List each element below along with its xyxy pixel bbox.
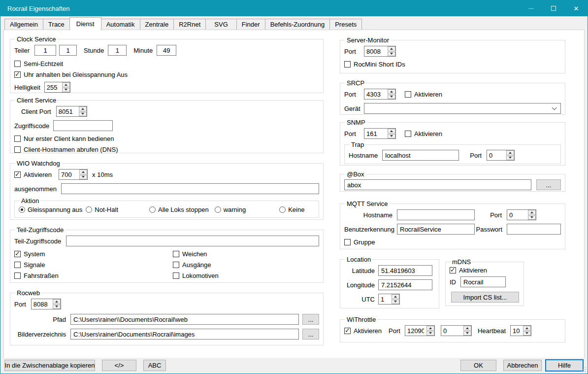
aktion-gleisspannung-radio[interactable] [19,206,25,213]
aktion-alle-loks-radio[interactable] [149,206,156,213]
longitude-input[interactable] [378,279,432,290]
client-port-input[interactable] [57,106,78,116]
server-monitor-port-input[interactable] [364,46,387,56]
benutzerkennung-input[interactable] [397,224,475,235]
uhr-anhalten-checkbox[interactable] [14,71,21,78]
ausgenommen-input[interactable] [61,183,319,194]
spin-up-button[interactable] [426,326,434,331]
spin-down-button[interactable] [62,88,70,93]
semi-echtzeit-checkbox[interactable] [14,61,21,67]
tab-r2rnet[interactable]: R2Rnet [173,19,206,30]
mdns-aktivieren-checkbox[interactable] [450,267,456,273]
abox-browse-button[interactable]: ... [536,179,561,190]
geraet-combobox[interactable] [364,103,561,114]
tab-automatik[interactable]: Automatik [101,19,140,30]
rocweb-port-input[interactable] [32,299,52,309]
spin-down-button[interactable] [426,331,434,336]
spin-down-button[interactable] [463,331,471,336]
spin-up-button[interactable] [62,82,70,87]
spin-up-button[interactable] [523,326,531,331]
withrottle-aktivieren-checkbox[interactable] [344,328,351,334]
system-checkbox[interactable] [14,251,21,257]
teiler1-input[interactable] [34,45,56,56]
aktion-keine-radio[interactable] [279,206,286,213]
client-hostnamen-checkbox[interactable] [14,146,21,153]
withrottle-port2-input[interactable] [441,326,463,336]
tab-allgemein[interactable]: Allgemein [4,19,43,30]
tab-finder[interactable]: Finder [236,19,265,30]
spin-down-button[interactable] [388,134,395,139]
aktion-warning-radio[interactable] [215,206,221,213]
resize-grip[interactable] [585,371,586,372]
spin-down-button[interactable] [53,305,61,309]
weichen-checkbox[interactable] [173,251,179,257]
fahrstrassen-checkbox[interactable] [14,272,21,279]
spin-down-button[interactable] [388,95,395,100]
wio-interval-input[interactable] [59,170,79,179]
utc-input[interactable] [379,294,391,304]
xml-source-button[interactable]: </> [102,360,136,371]
minimize-button[interactable] [520,0,542,16]
mqtt-port-input[interactable] [507,210,527,220]
withrottle-port-input[interactable] [405,326,426,336]
stunde-input[interactable] [108,45,127,56]
close-button[interactable]: ✕ [565,0,588,16]
spin-down-button[interactable] [392,300,399,305]
spin-down-button[interactable] [506,156,514,161]
help-button[interactable]: Hilfe [545,359,584,372]
pfad-input[interactable] [70,314,299,325]
heartbeat-input[interactable] [511,326,523,336]
copy-to-clipboard-button[interactable]: In die Zwischenablage kopieren [4,360,95,371]
snmp-port-input[interactable] [364,129,387,138]
spin-up-button[interactable] [388,46,395,51]
spin-down-button[interactable] [388,52,395,57]
nur-erster-client-checkbox[interactable] [14,136,21,142]
spin-down-button[interactable] [528,215,536,220]
rocmini-checkbox[interactable] [344,61,351,68]
tab-dienst[interactable]: Dienst [69,17,101,30]
teiler2-input[interactable] [59,45,77,56]
mqtt-hostname-input[interactable] [397,209,475,220]
spin-up-button[interactable] [79,106,87,111]
cancel-button[interactable]: Abbrechen [503,360,542,371]
bilderverzeichnis-browse-button[interactable]: ... [302,329,319,340]
abox-input[interactable] [344,179,531,190]
spin-up-button[interactable] [392,294,399,299]
spin-up-button[interactable] [53,299,61,304]
ausgaenge-checkbox[interactable] [173,262,179,268]
spin-up-button[interactable] [388,89,395,94]
tab-presets[interactable]: Presets [329,19,362,30]
tab-befehls-zuordnung[interactable]: Befehls-Zuordnung [265,19,330,30]
pfad-browse-button[interactable]: ... [302,314,319,325]
trap-port-input[interactable] [487,150,506,160]
spin-down-button[interactable] [79,112,87,117]
srcp-aktivieren-checkbox[interactable] [405,91,411,98]
wio-aktivieren-checkbox[interactable] [14,171,21,178]
abc-button[interactable]: ABC [143,360,166,371]
zugriffscode-input[interactable] [53,120,113,131]
tab-trace[interactable]: Trace [43,19,70,30]
bilderverzeichnis-input[interactable] [70,329,299,340]
latitude-input[interactable] [378,265,432,276]
spin-up-button[interactable] [463,326,471,331]
helligkeit-input[interactable] [45,82,62,92]
gruppe-checkbox[interactable] [344,239,351,245]
trap-hostname-input[interactable] [382,150,459,161]
mdns-id-input[interactable] [460,276,506,287]
tab-zentrale[interactable]: Zentrale [140,19,174,30]
tab-svg[interactable]: SVG [205,19,236,30]
spin-down-button[interactable] [523,331,531,336]
minute-input[interactable] [157,45,176,56]
spin-up-button[interactable] [79,170,87,174]
maximize-button[interactable] [542,0,565,16]
lokomotiven-checkbox[interactable] [173,272,179,279]
srcp-port-input[interactable] [364,89,387,99]
snmp-aktivieren-checkbox[interactable] [405,131,411,137]
signale-checkbox[interactable] [14,262,21,268]
spin-up-button[interactable] [388,129,395,134]
ok-button[interactable]: OK [460,360,496,371]
spin-up-button[interactable] [506,150,514,155]
teil-zugriffscode-input[interactable] [66,236,319,246]
spin-up-button[interactable] [528,210,536,215]
aktion-nothalt-radio[interactable] [86,206,92,213]
